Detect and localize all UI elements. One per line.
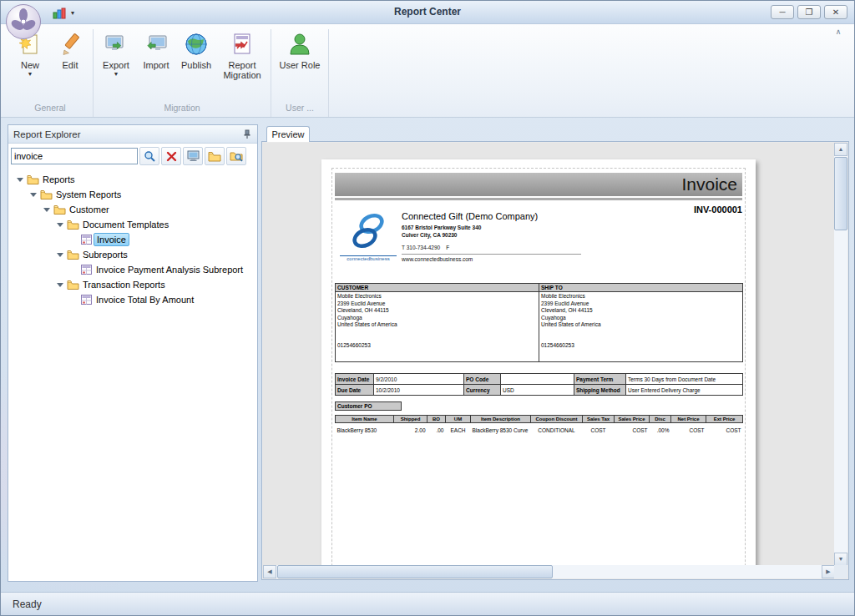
shipto-phone: 01254660253 [541, 342, 741, 348]
tree-expander-icon[interactable] [15, 178, 25, 182]
button-label: Edit [63, 60, 78, 70]
shipping-method-value: User Entered Delivery Charge [626, 385, 743, 396]
report-icon [78, 235, 94, 245]
import-button[interactable]: Import [136, 29, 176, 70]
currency-value: USD [501, 385, 574, 396]
customer-phone: 01254660253 [337, 342, 537, 348]
tree-expander-icon[interactable] [55, 223, 65, 227]
vertical-scrollbar[interactable]: ▲ ▼ [834, 143, 847, 566]
minimize-button[interactable]: ─ [771, 5, 794, 19]
ribbon-group-user: User Role User ... [271, 29, 329, 117]
item-row: BlackBerry 8530 2.00 .00 EACH BlackBerry… [336, 423, 743, 435]
preview-report-button[interactable] [183, 147, 203, 165]
button-label: Report Migration [216, 60, 268, 80]
open-folder-icon [208, 151, 221, 162]
ribbon-group-general: New ▼ Edit General [8, 29, 94, 117]
quick-access-dropdown-icon[interactable]: ▾ [71, 9, 74, 17]
dropdown-caret-icon: ▼ [114, 71, 119, 78]
company-logo: connectedbusiness [340, 211, 397, 261]
pushpin-icon[interactable] [242, 129, 252, 139]
customer-header: CUSTOMER [336, 284, 539, 292]
tree-expander-icon[interactable] [28, 193, 38, 197]
company-logo-text: connectedbusiness [340, 255, 397, 261]
customer-po-table: Customer PO [335, 401, 402, 411]
shipto-address: Mobile Electronics 2399 Euclid Avenue Cl… [539, 292, 743, 362]
customer-address: Mobile Electronics 2399 Euclid Avenue Cl… [336, 292, 539, 362]
invoice-page: Invoice INV-000001 connectedbusiness Con… [321, 159, 756, 566]
document-viewport[interactable]: Invoice INV-000001 connectedbusiness Con… [263, 143, 835, 566]
tree-item-invoice-total-by-amount[interactable]: Invoice Total By Amount [8, 292, 257, 307]
scroll-left-button[interactable]: ◀ [263, 565, 276, 578]
shipto-header: SHIP TO [539, 284, 743, 292]
publish-button[interactable]: Publish [176, 29, 216, 70]
edit-button[interactable]: Edit [50, 29, 90, 70]
export-icon [104, 32, 129, 57]
folder-find-button[interactable] [226, 147, 246, 165]
scroll-down-button[interactable]: ▼ [834, 553, 847, 566]
ribbon-group-label: General [10, 103, 90, 117]
invoice-header-bar: Invoice [335, 173, 742, 196]
invoice-title: Invoice [681, 174, 737, 194]
tree-item-label: Invoice [94, 233, 129, 246]
ribbon: ∧ New ▼ [1, 24, 854, 118]
company-phone: T 310-734-4290 F [402, 244, 602, 251]
company-address2: Culver City, CA 90230 [402, 231, 602, 239]
clear-search-button[interactable] [161, 147, 181, 165]
due-date-label: Due Date [336, 385, 374, 396]
scroll-right-button[interactable]: ▶ [822, 565, 835, 578]
tree-item-invoice[interactable]: Invoice [8, 232, 257, 247]
globe-icon [184, 32, 209, 57]
search-button[interactable] [139, 147, 159, 165]
quick-access-icon[interactable] [53, 8, 66, 19]
tree-item-reports[interactable]: Reports [8, 172, 257, 187]
export-button[interactable]: Export ▼ [96, 29, 136, 78]
scrollbar-corner [834, 565, 847, 578]
search-toolbar [8, 144, 257, 169]
import-icon [144, 32, 169, 57]
open-folder-button[interactable] [205, 147, 225, 165]
tree-item-label: System Reports [53, 189, 124, 200]
report-migration-button[interactable]: Report Migration [216, 29, 268, 80]
tree-item-system-reports[interactable]: System Reports [8, 187, 257, 202]
horizontal-scrollbar[interactable]: ◀ ▶ [263, 565, 835, 578]
currency-label: Currency [464, 385, 501, 396]
tab-preview[interactable]: Preview [266, 126, 310, 142]
company-logo-icon [349, 211, 387, 251]
status-bar: Ready [1, 592, 854, 615]
tree-expander-icon[interactable] [55, 283, 65, 287]
vertical-scroll-thumb[interactable] [834, 157, 847, 230]
ribbon-group-label: Migration [96, 103, 268, 117]
maximize-button[interactable]: ❐ [797, 5, 821, 19]
tree-expander-icon[interactable] [42, 208, 52, 212]
search-input[interactable] [11, 148, 138, 164]
tree-item-label: Subreports [80, 249, 130, 260]
tree-item-label: Invoice Payment Analysis Subreport [94, 264, 245, 275]
tree-item-transaction-reports[interactable]: Transaction Reports [8, 277, 257, 292]
close-button[interactable]: ✕ [824, 5, 847, 19]
tree-item-subreports[interactable]: Subreports [8, 247, 257, 262]
header-underline [335, 198, 742, 200]
tree-item-document-templates[interactable]: Document Templates [8, 217, 257, 232]
folder-icon [65, 250, 80, 260]
pencil-icon [58, 32, 83, 57]
pinwheel-icon [9, 8, 38, 36]
app-logo-icon[interactable] [6, 4, 41, 39]
tree-expander-icon[interactable] [55, 253, 65, 257]
tree-item-customer[interactable]: Customer [8, 202, 257, 217]
ribbon-collapse-button[interactable]: ∧ [831, 28, 846, 39]
title-bar[interactable]: Report Center ─ ❐ ✕ [1, 1, 854, 24]
tree-item-invoice-payment-analysis-subreport[interactable]: Invoice Payment Analysis Subreport [8, 262, 257, 277]
items-header-row: Item Name Shipped BO UM Item Description… [336, 416, 743, 423]
button-label: Publish [181, 60, 211, 70]
preview-panel: Invoice INV-000001 connectedbusiness Con… [261, 141, 849, 580]
company-name: Connected Gift (Demo Company) [402, 211, 602, 221]
tree-item-label: Reports [40, 174, 78, 185]
user-role-button[interactable]: User Role [274, 29, 326, 70]
panel-header: Report Explorer [8, 125, 257, 144]
horizontal-scroll-thumb[interactable] [277, 565, 553, 578]
customer-po-label: Customer PO [336, 402, 402, 411]
invoice-date-value: 9/2/2010 [374, 374, 464, 385]
scroll-up-button[interactable]: ▲ [834, 143, 847, 156]
due-date-value: 10/2/2010 [374, 385, 464, 396]
folder-find-icon [230, 150, 243, 162]
